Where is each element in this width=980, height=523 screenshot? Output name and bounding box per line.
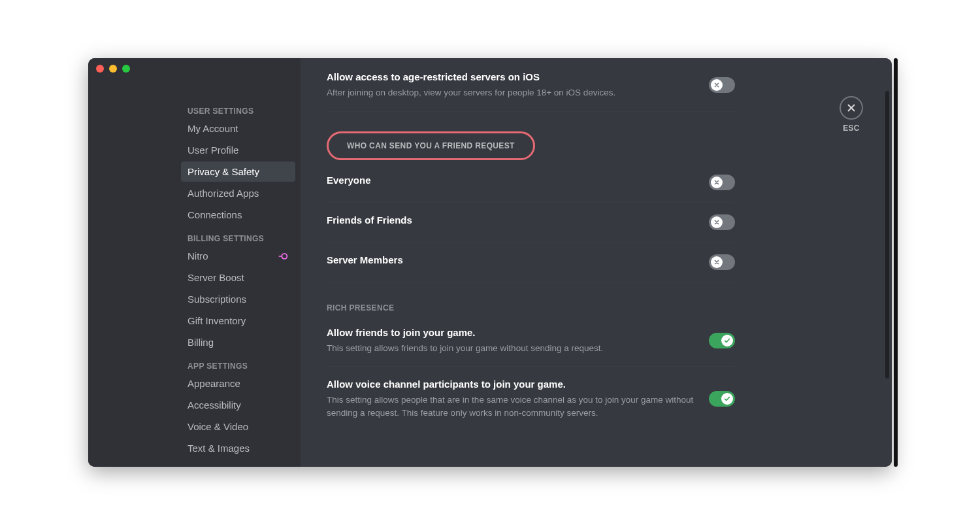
- sidebar-item-appearance[interactable]: Appearance: [181, 373, 295, 394]
- section-friend-request: WHO CAN SEND YOU A FRIEND REQUEST: [327, 131, 535, 160]
- sidebar-item-connections[interactable]: Connections: [181, 205, 295, 225]
- rich-presence-desc: This setting allows friends to join your…: [327, 342, 696, 355]
- sidebar-item-user-profile[interactable]: User Profile: [181, 140, 295, 160]
- sidebar-item-label: User Profile: [188, 144, 238, 156]
- sidebar-item-subscriptions[interactable]: Subscriptions: [181, 289, 295, 309]
- toggle-age-restricted[interactable]: [709, 77, 735, 93]
- sidebar-item-label: Privacy & Safety: [188, 166, 259, 177]
- friend-request-option-label: Everyone: [327, 175, 696, 186]
- sidebar-item-label: Connections: [188, 209, 242, 220]
- sidebar-item-label: Text & Images: [188, 443, 250, 454]
- settings-window: USER SETTINGSMy AccountUser ProfilePriva…: [88, 58, 892, 467]
- friend-request-option: Friends of Friends: [327, 203, 735, 243]
- close-settings-button[interactable]: ESC: [840, 96, 863, 133]
- friend-request-option-label: Friends of Friends: [327, 214, 696, 226]
- toggle-friend-friends-of-friends[interactable]: [709, 214, 735, 230]
- setting-age-restricted-title: Allow access to age-restricted servers o…: [327, 71, 696, 82]
- scrollbar-thumb[interactable]: [885, 91, 889, 379]
- sidebar-item-server-boost[interactable]: Server Boost: [181, 267, 295, 288]
- sidebar-item-my-account[interactable]: My Account: [181, 118, 295, 139]
- sidebar-item-label: Appearance: [188, 378, 240, 389]
- rich-presence-desc: This setting allows people that are in t…: [327, 394, 696, 419]
- sidebar-item-label: Billing: [188, 337, 214, 348]
- sidebar-item-privacy-safety[interactable]: Privacy & Safety: [181, 161, 295, 182]
- setting-age-restricted-desc: After joining on desktop, view your serv…: [327, 86, 696, 99]
- window-controls: [96, 65, 130, 73]
- sidebar-item-billing[interactable]: Billing: [181, 332, 295, 352]
- friend-request-option: Everyone: [327, 163, 735, 203]
- sidebar-section-header: USER SETTINGS: [181, 103, 295, 118]
- sidebar-item-authorized-apps[interactable]: Authorized Apps: [181, 183, 295, 203]
- sidebar-item-accessibility[interactable]: Accessibility: [181, 395, 295, 415]
- sidebar-item-label: My Account: [188, 123, 238, 134]
- window-close-dot[interactable]: [96, 65, 104, 73]
- toggle-rich-presence-1[interactable]: [709, 391, 735, 407]
- toggle-friend-everyone[interactable]: [709, 175, 735, 190]
- settings-sidebar: USER SETTINGSMy AccountUser ProfilePriva…: [88, 58, 301, 467]
- sidebar-item-voice-video[interactable]: Voice & Video: [181, 416, 295, 437]
- sidebar-section-header: APP SETTINGS: [181, 358, 295, 373]
- rich-presence-setting: Allow voice channel participants to join…: [327, 367, 735, 431]
- window-minimize-dot[interactable]: [109, 65, 117, 73]
- sidebar-item-label: Gift Inventory: [188, 315, 246, 326]
- sidebar-section-header: BILLING SETTINGS: [181, 230, 295, 246]
- sidebar-item-label: Accessibility: [188, 399, 241, 411]
- sidebar-item-label: Voice & Video: [188, 421, 248, 432]
- sidebar-item-label: Authorized Apps: [188, 188, 259, 199]
- sidebar-item-label: Server Boost: [188, 272, 244, 283]
- sidebar-item-text-images[interactable]: Text & Images: [181, 438, 295, 458]
- friend-request-option: Server Members: [327, 243, 735, 282]
- close-icon: [840, 96, 863, 120]
- rich-presence-title: Allow friends to join your game.: [327, 327, 696, 338]
- sidebar-item-label: Nitro: [188, 250, 208, 262]
- toggle-rich-presence-0[interactable]: [709, 333, 735, 348]
- nitro-badge-icon: [278, 251, 289, 262]
- setting-age-restricted: Allow access to age-restricted servers o…: [327, 71, 735, 112]
- sidebar-item-nitro[interactable]: Nitro: [181, 246, 295, 266]
- outer-scrollbar[interactable]: [894, 58, 898, 467]
- toggle-friend-server-members[interactable]: [709, 254, 735, 270]
- rich-presence-title: Allow voice channel participants to join…: [327, 379, 696, 390]
- settings-content: ESC Allow access to age-restricted serve…: [301, 58, 892, 467]
- section-rich-presence: RICH PRESENCE: [327, 282, 735, 315]
- window-maximize-dot[interactable]: [122, 65, 130, 73]
- close-label: ESC: [843, 124, 859, 133]
- svg-point-0: [282, 254, 287, 259]
- rich-presence-setting: Allow friends to join your game.This set…: [327, 315, 735, 367]
- friend-request-option-label: Server Members: [327, 254, 696, 265]
- sidebar-item-label: Subscriptions: [188, 294, 246, 305]
- sidebar-item-gift-inventory[interactable]: Gift Inventory: [181, 311, 295, 331]
